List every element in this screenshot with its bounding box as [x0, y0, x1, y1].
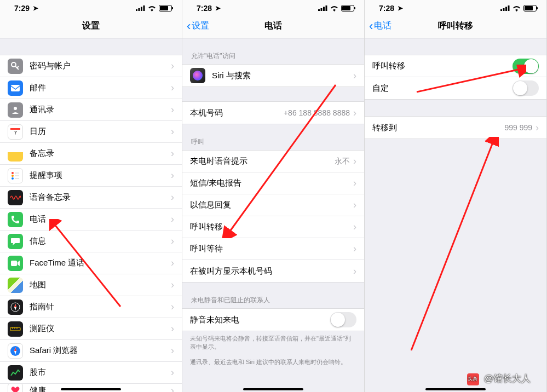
row-label: 提醒事项 — [30, 170, 171, 181]
status-time: 7:29 — [14, 4, 30, 13]
row-label: 呼叫转移 — [372, 61, 513, 71]
svg-rect-30 — [503, 8, 505, 11]
chevron-icon: › — [353, 107, 356, 119]
row-compass[interactable]: 指南针 › — [0, 296, 182, 318]
phone-icon — [8, 212, 23, 227]
row-label: 短信/来电报告 — [190, 178, 353, 188]
chevron-icon: › — [171, 235, 174, 247]
row-label: 电话 — [30, 214, 171, 224]
row-label: Safari 浏览器 — [30, 345, 171, 356]
key-icon — [8, 59, 23, 74]
mail-icon — [8, 80, 23, 96]
section-header-call: 呼叫 — [182, 124, 364, 150]
reminders-icon — [8, 168, 23, 183]
svg-line-34 — [411, 141, 493, 350]
back-button[interactable]: ‹ 电话 — [369, 20, 391, 32]
chevron-left-icon: ‹ — [187, 20, 191, 32]
row-my-number[interactable]: 本机号码 +86 188 8888 8888 › — [182, 102, 364, 124]
row-call-waiting[interactable]: 呼叫等待 › — [182, 238, 364, 260]
row-reminders[interactable]: 提醒事项 › — [0, 165, 182, 187]
watermark-text: @馆长大人 — [484, 373, 531, 384]
safari-icon — [8, 343, 23, 359]
row-label: 呼叫转移 — [190, 222, 353, 232]
row-show-my-caller-id[interactable]: 在被叫方显示本机号码 › — [182, 260, 364, 282]
watermark: @馆长大人 — [467, 372, 531, 385]
status-bar: 7:28 ➤ — [182, 0, 364, 14]
row-messages[interactable]: 信息 › — [0, 230, 182, 252]
chevron-icon: › — [171, 385, 174, 393]
row-sms-call-report[interactable]: 短信/来电报告 › — [182, 172, 364, 194]
row-forwarding-toggle[interactable]: 呼叫转移 — [365, 55, 546, 77]
facetime-icon — [8, 256, 23, 271]
svg-rect-7 — [10, 128, 20, 130]
row-label: 自定 — [372, 83, 513, 94]
row-custom-toggle[interactable]: 自定 — [365, 77, 546, 99]
health-icon — [8, 384, 23, 392]
svg-rect-24 — [318, 9, 320, 11]
row-calendar[interactable]: 7 日历 › — [0, 121, 182, 143]
row-contacts[interactable]: 通讯录 › — [0, 99, 182, 121]
silence-toggle[interactable] — [330, 312, 356, 327]
back-button[interactable]: ‹ 设置 — [187, 20, 209, 32]
svg-rect-2 — [141, 7, 142, 11]
chevron-icon: › — [171, 345, 174, 356]
row-passwords[interactable]: 密码与帐户 › — [0, 55, 182, 77]
chevron-icon: › — [171, 192, 174, 203]
row-label: Siri 与搜索 — [212, 71, 353, 81]
message-icon — [8, 234, 23, 249]
settings-list: 密码与帐户 › 邮件 › 通讯录 › 7 日历 › 备忘录 › — [0, 55, 182, 392]
row-respond-with-text[interactable]: 以信息回复 › — [182, 194, 364, 216]
svg-rect-18 — [10, 327, 20, 331]
nav-title: 设置 — [82, 20, 100, 32]
contacts-icon — [8, 102, 23, 118]
chevron-icon: › — [353, 70, 356, 82]
measure-icon — [8, 321, 23, 337]
row-label: FaceTime 通话 — [30, 258, 171, 268]
nav-title: 呼叫转移 — [438, 20, 473, 32]
row-maps[interactable]: 地图 › — [0, 274, 182, 296]
row-mail[interactable]: 邮件 › — [0, 77, 182, 99]
voice-icon — [8, 190, 23, 205]
chevron-left-icon: ‹ — [369, 20, 373, 32]
wifi-icon — [513, 5, 521, 11]
row-forward-to[interactable]: 转移到 999 999 › — [365, 117, 546, 139]
nav-title: 电话 — [264, 20, 282, 32]
row-silence-unknown[interactable]: 静音未知来电 — [182, 309, 364, 331]
row-phone[interactable]: 电话 › — [0, 209, 182, 230]
battery-icon — [341, 5, 354, 11]
svg-rect-5 — [11, 85, 20, 91]
row-label: 通讯录 — [30, 105, 171, 115]
row-notes[interactable]: 备忘录 › — [0, 143, 182, 165]
row-siri-search[interactable]: Siri 与搜索 › — [182, 65, 364, 87]
row-value: +86 188 8888 8888 — [284, 108, 350, 117]
signal-icon — [500, 5, 510, 11]
row-measure[interactable]: 测距仪 › — [0, 318, 182, 340]
section-header-allow: 允许"电话"访问 — [182, 38, 364, 64]
row-facetime[interactable]: FaceTime 通话 › — [0, 252, 182, 274]
signal-icon — [318, 5, 327, 11]
custom-toggle[interactable] — [513, 80, 539, 96]
svg-rect-29 — [500, 9, 502, 11]
row-label: 邮件 — [30, 83, 171, 93]
annotation-arrow-2 — [406, 137, 499, 356]
compass-icon — [8, 299, 23, 315]
wifi-icon — [330, 5, 338, 11]
row-stocks[interactable]: 股市 › — [0, 362, 182, 384]
chevron-icon: › — [171, 82, 174, 94]
row-label: 语音备忘录 — [30, 192, 171, 203]
row-label: 在被叫方显示本机号码 — [190, 266, 353, 276]
row-label: 指南针 — [30, 302, 171, 312]
forwarding-toggle[interactable] — [513, 59, 539, 74]
row-value: 永不 — [335, 157, 350, 166]
row-label: 以信息回复 — [190, 200, 353, 210]
svg-rect-31 — [505, 7, 507, 11]
chevron-icon: › — [536, 122, 539, 134]
chevron-icon: › — [171, 126, 174, 137]
row-call-forwarding[interactable]: 呼叫转移 › — [182, 216, 364, 238]
phone-settings-screen: 7:29 ➤ 设置 密码与帐户 › 邮件 › — [0, 0, 182, 392]
chevron-icon: › — [171, 257, 174, 269]
row-voicememo[interactable]: 语音备忘录 › — [0, 187, 182, 209]
row-label: 备忘录 — [30, 148, 171, 159]
row-safari[interactable]: Safari 浏览器 › — [0, 340, 182, 362]
row-announce-calls[interactable]: 来电时语音提示 永不 › — [182, 151, 364, 172]
